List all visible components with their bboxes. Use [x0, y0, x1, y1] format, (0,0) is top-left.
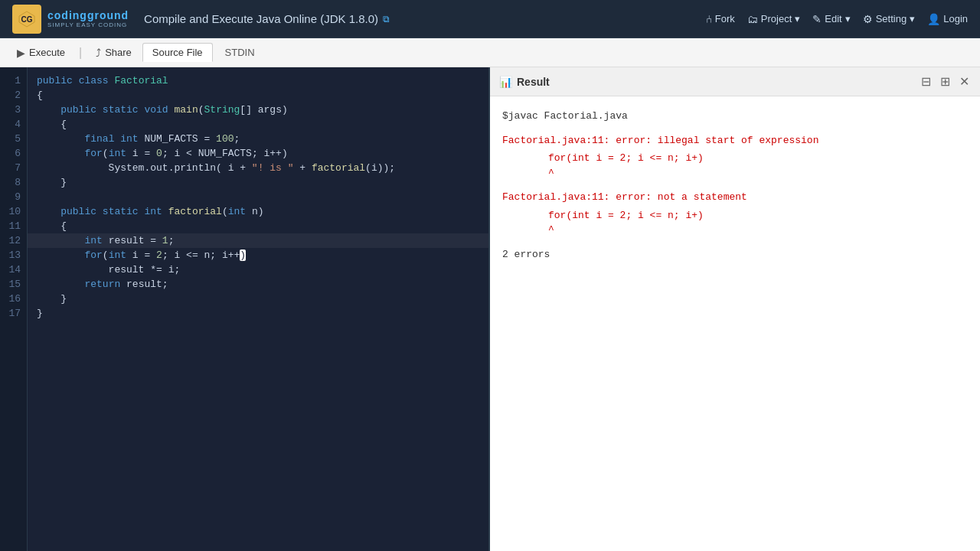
line-num-15: 15: [0, 277, 27, 292]
result-body: $javac Factorial.java Factorial.java:11:…: [490, 96, 980, 551]
line-num-1: 1: [0, 73, 27, 88]
project-icon: 🗂: [747, 13, 758, 25]
topbar: CG codingground SIMPLY EASY CODING Compi…: [0, 0, 980, 38]
code-line-6: for(int i = 0; i < NUM_FACTS; i++): [28, 146, 488, 161]
line-num-17: 17: [0, 306, 27, 321]
share-button[interactable]: ⤴ Share: [88, 44, 139, 62]
page-title: Compile and Execute Java Online (JDK 1.8…: [144, 12, 706, 25]
logo-icon: CG: [12, 5, 41, 34]
code-line-12: int result = 1;: [28, 233, 488, 248]
line-num-7: 7: [0, 161, 27, 175]
result-error2-code: for(int i = 2; i <= n; i+) ^: [502, 208, 968, 238]
login-icon: 👤: [927, 13, 940, 25]
line-numbers: 1 2 3 4 5 6 7 8 9 10 11 12 13 14 15 16 1…: [0, 67, 28, 551]
code-area[interactable]: 1 2 3 4 5 6 7 8 9 10 11 12 13 14 15 16 1…: [0, 67, 488, 551]
fork-icon: ⑃: [706, 13, 712, 25]
code-line-11: {: [28, 219, 488, 233]
project-chevron-icon: ▾: [795, 13, 800, 24]
line-num-11: 11: [0, 219, 27, 233]
chart-icon: 📊: [499, 76, 512, 88]
code-line-15: return result;: [28, 277, 488, 292]
logo-area: CG codingground SIMPLY EASY CODING: [12, 5, 129, 34]
line-num-12: 12: [0, 233, 27, 248]
code-line-4: {: [28, 117, 488, 132]
logo-text: codingground SIMPLY EASY CODING: [47, 9, 129, 28]
result-error2-message: Factorial.java:11: error: not a statemen…: [502, 190, 968, 205]
result-minimize-button[interactable]: ⊟: [920, 73, 933, 90]
code-line-1: public class Factorial: [28, 73, 488, 88]
code-line-14: result *= i;: [28, 262, 488, 277]
line-num-3: 3: [0, 103, 27, 117]
tab-stdin[interactable]: STDIN: [216, 44, 264, 61]
result-title: 📊 Result: [499, 76, 550, 88]
code-line-2: {: [28, 88, 488, 103]
edit-icon: ✎: [812, 13, 822, 25]
line-num-2: 2: [0, 88, 27, 103]
svg-text:CG: CG: [21, 15, 33, 24]
result-header: 📊 Result ⊟ ⊞ ✕: [490, 67, 980, 96]
edit-chevron-icon: ▾: [845, 13, 851, 24]
code-line-17: }: [28, 306, 488, 321]
code-line-3: public static void main(String[] args): [28, 103, 488, 117]
project-button[interactable]: 🗂 Project ▾: [747, 13, 800, 25]
play-icon: ▶: [17, 47, 25, 59]
code-line-10: public static int factorial(int n): [28, 204, 488, 219]
edit-button[interactable]: ✎ Edit ▾: [812, 13, 850, 25]
logo-sub-text: SIMPLY EASY CODING: [47, 21, 129, 28]
result-expand-button[interactable]: ⊞: [939, 73, 952, 90]
logo-main-text: codingground: [47, 9, 129, 21]
result-error1-code: for(int i = 2; i <= n; i+) ^: [502, 151, 968, 181]
line-num-5: 5: [0, 132, 27, 146]
code-editor[interactable]: public class Factorial { public static v…: [28, 67, 488, 551]
external-link-icon[interactable]: ⧉: [383, 14, 390, 24]
line-num-4: 4: [0, 117, 27, 132]
login-button[interactable]: 👤 Login: [927, 13, 968, 25]
result-panel: 📊 Result ⊟ ⊞ ✕ $javac Factorial.java Fac…: [490, 67, 980, 551]
code-line-7: System.out.println( i + "! is " + factor…: [28, 161, 488, 175]
result-command: $javac Factorial.java: [502, 109, 968, 124]
line-num-14: 14: [0, 262, 27, 277]
result-close-button[interactable]: ✕: [958, 73, 971, 90]
execute-button[interactable]: ▶ Execute: [9, 44, 73, 62]
setting-icon: ⚙: [863, 13, 873, 25]
result-header-icons: ⊟ ⊞ ✕: [920, 73, 971, 90]
line-num-10: 10: [0, 204, 27, 219]
line-num-6: 6: [0, 146, 27, 161]
line-num-8: 8: [0, 175, 27, 190]
toolbar: ▶ Execute | ⤴ Share Source File STDIN: [0, 38, 980, 67]
code-line-13: for(int i = 2; i <= n; i++): [28, 248, 488, 262]
line-num-16: 16: [0, 292, 27, 306]
toolbar-separator: |: [79, 46, 82, 60]
code-line-16: }: [28, 292, 488, 306]
setting-button[interactable]: ⚙ Setting ▾: [863, 13, 915, 25]
share-icon: ⤴: [96, 47, 101, 59]
code-line-9: [28, 190, 488, 204]
code-line-5: final int NUM_FACTS = 100;: [28, 132, 488, 146]
line-num-9: 9: [0, 190, 27, 204]
result-error1-message: Factorial.java:11: error: illegal start …: [502, 133, 968, 148]
editor-panel: 1 2 3 4 5 6 7 8 9 10 11 12 13 14 15 16 1…: [0, 67, 490, 551]
tab-source-file[interactable]: Source File: [142, 43, 213, 62]
line-num-13: 13: [0, 248, 27, 262]
fork-button[interactable]: ⑃ Fork: [706, 13, 735, 25]
main-content: 1 2 3 4 5 6 7 8 9 10 11 12 13 14 15 16 1…: [0, 67, 980, 551]
setting-chevron-icon: ▾: [910, 13, 915, 24]
result-summary: 2 errors: [502, 247, 968, 262]
topbar-actions: ⑃ Fork 🗂 Project ▾ ✎ Edit ▾ ⚙ Setting ▾ …: [706, 13, 968, 25]
code-line-8: }: [28, 175, 488, 190]
